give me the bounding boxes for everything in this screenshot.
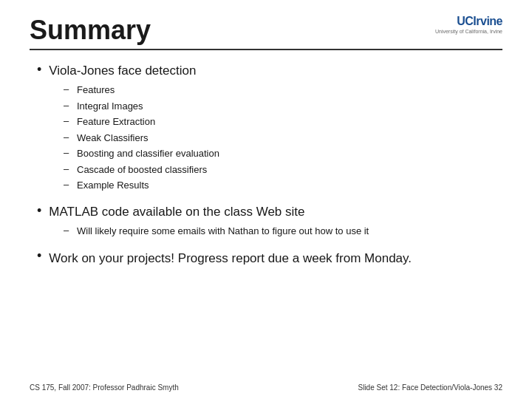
slide-footer: CS 175, Fall 2007: Professor Padhraic Sm… [30, 383, 502, 392]
bullet-text-2: MATLAB code available on the class Web s… [49, 205, 304, 219]
header-area: Summary UCIrvine University of Californi… [30, 15, 502, 46]
footer-right-text: Slide Set 12: Face Detection/Viola-Jones… [358, 383, 503, 392]
main-bullet-2: • MATLAB code available on the class Web… [37, 205, 502, 219]
sub-bullet-1-7: – Example Results [64, 178, 502, 193]
sub-bullet-1-5: – Boosting and classifier evaluation [64, 146, 502, 161]
sub-bullet-1-6: – Cascade of boosted classifiers [64, 163, 502, 177]
slide-container: Summary UCIrvine University of Californi… [0, 0, 532, 399]
bullet-dot-2: • [37, 203, 41, 219]
sub-text-1-1: Features [77, 83, 115, 98]
footer-left-text: CS 175, Fall 2007: Professor Padhraic Sm… [30, 383, 179, 392]
title-divider [30, 49, 502, 50]
bullet-section-1: • Viola-Jones face detection – Features … [37, 64, 502, 193]
sub-text-1-3: Feature Extraction [77, 115, 155, 129]
sub-bullet-1-3: – Feature Extraction [64, 115, 502, 129]
sub-text-2-1: Will likely require some emails with Nat… [77, 224, 369, 239]
bullet-text-3: Work on your projects! Progress report d… [49, 250, 412, 267]
bullet-section-3: • Work on your projects! Progress report… [37, 250, 502, 267]
uci-name-text: UCIrvine [457, 15, 502, 28]
sub-bullet-2-1: – Will likely require some emails with N… [64, 224, 502, 239]
bullet-text-1: Viola-Jones face detection [49, 64, 196, 78]
sub-bullet-1-2: – Integral Images [64, 99, 502, 114]
sub-bullet-1-4: – Weak Classifiers [64, 131, 502, 146]
uci-full-text: University of California, Irvine [435, 28, 502, 35]
sub-text-1-5: Boosting and classifier evaluation [77, 146, 219, 161]
bullet-dot-1: • [37, 62, 41, 78]
main-bullet-3: • Work on your projects! Progress report… [37, 250, 502, 267]
sub-text-1-4: Weak Classifiers [77, 131, 149, 146]
slide-title: Summary [30, 15, 151, 46]
main-content: • Viola-Jones face detection – Features … [30, 64, 502, 267]
uci-logo: UCIrvine University of California, Irvin… [435, 15, 502, 35]
sub-text-1-2: Integral Images [77, 99, 143, 114]
sub-bullets-1: – Features – Integral Images – Feature E… [64, 83, 502, 193]
sub-text-1-6: Cascade of boosted classifiers [77, 163, 207, 177]
main-bullet-1: • Viola-Jones face detection [37, 64, 502, 78]
sub-bullets-2: – Will likely require some emails with N… [64, 224, 502, 239]
sub-text-1-7: Example Results [77, 178, 149, 193]
bullet-section-2: • MATLAB code available on the class Web… [37, 205, 502, 239]
sub-bullet-1-1: – Features [64, 83, 502, 98]
bullet-dot-3: • [37, 248, 41, 264]
